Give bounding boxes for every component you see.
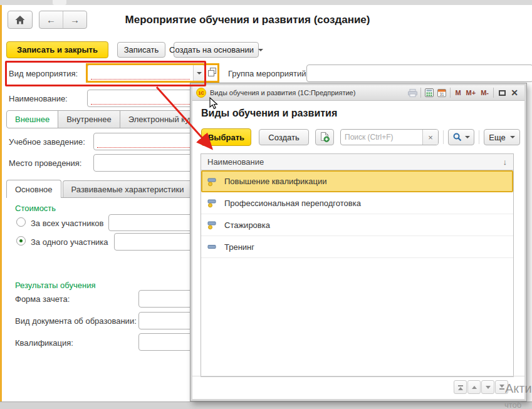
top-window-edge-tab (53, 0, 66, 5)
doc-kind-label: Вид документа об образовании: (15, 316, 137, 326)
chevron-down-icon (465, 136, 470, 138)
qualification-label: Квалификация: (15, 338, 73, 348)
catalog-item-predefined-icon (207, 220, 217, 230)
memory-m-plus-button[interactable]: M+ (464, 89, 479, 96)
titlebar-separator (420, 88, 421, 98)
footer-divider (192, 376, 524, 376)
memory-m-button[interactable]: M (452, 89, 463, 96)
screen: ← → Мероприятие обучения и развития (соз… (0, 0, 532, 409)
left-window-border (0, 5, 2, 401)
event-kind-dropdown-button[interactable] (193, 65, 204, 81)
popup-body: 1С Виды обучения и развития (1С:Предприя… (192, 85, 524, 399)
new-document-icon (320, 132, 330, 142)
list-row[interactable]: Стажировка (201, 214, 513, 236)
list-row-label: Тренинг (224, 242, 254, 252)
tab-main[interactable]: Основное (6, 180, 61, 198)
toolbar-divider (479, 130, 479, 144)
popup-toolbar: Выбрать Создать × Ещ (201, 128, 520, 146)
go-to-top-button[interactable] (454, 380, 467, 394)
popup-heading: Виды обучения и развития (201, 108, 337, 119)
catalog-item-predefined-icon (207, 177, 217, 187)
forward-button[interactable]: → (63, 11, 86, 28)
more-button[interactable]: Еще (484, 129, 520, 145)
list-row[interactable]: Профессиональная переподготовка (201, 192, 513, 214)
list-row-label: Повышение квалификации (224, 177, 326, 186)
close-button[interactable]: ✕ (508, 87, 521, 99)
calendar-icon: 31 (437, 88, 446, 97)
close-icon: ✕ (511, 88, 518, 98)
magnifier-icon (453, 133, 462, 142)
windows-activation-watermark-line2: чтоб (504, 400, 521, 409)
save-button[interactable]: Записать (117, 42, 165, 58)
venue-label: Место проведения: (9, 158, 81, 168)
event-kind-label: Вид мероприятия: (9, 69, 78, 78)
chevron-down-icon (197, 72, 202, 75)
back-icon: ← (46, 14, 56, 25)
event-group-input[interactable] (307, 65, 532, 81)
radio-one-participant[interactable] (16, 236, 26, 246)
go-to-bottom-icon (499, 385, 504, 388)
chevron-down-icon (258, 49, 263, 51)
event-kind-input[interactable] (88, 65, 193, 81)
test-form-label: Форма зачета: (15, 294, 70, 304)
tab-characteristics[interactable]: Развиваемые характеристики (63, 180, 193, 197)
selection-popup-window: 1С Виды обучения и развития (1С:Предприя… (190, 83, 527, 401)
list-row-label: Профессиональная переподготовка (224, 199, 361, 208)
create-button[interactable]: Создать (259, 129, 309, 145)
printer-icon (408, 89, 417, 97)
switch-external[interactable]: Внешнее (6, 110, 58, 128)
list-row-label: Стажировка (224, 220, 270, 230)
save-close-button[interactable]: Записать и закрыть (6, 41, 108, 58)
school-label: Учебное заведение: (9, 137, 85, 147)
calendar-button[interactable]: 31 (436, 87, 448, 99)
clear-icon: × (428, 133, 433, 142)
more-button-label: Еще (489, 133, 505, 142)
list-column-header[interactable]: Наименование ↓ (201, 154, 513, 170)
radio-one-participant-label: За одного участника (31, 237, 108, 247)
move-up-button[interactable] (467, 380, 481, 394)
titlebar-separator (493, 88, 494, 98)
calculator-icon (425, 88, 434, 97)
search-input[interactable] (341, 130, 422, 145)
event-kind-input-wrap (88, 65, 193, 81)
move-down-button[interactable] (481, 380, 494, 394)
forward-icon: → (70, 14, 80, 25)
maximize-button[interactable] (496, 87, 508, 99)
cost-section-header: Стоимость (15, 204, 56, 213)
memory-m-minus-button[interactable]: M- (478, 89, 491, 96)
arrow-up-icon (472, 386, 477, 389)
home-button[interactable] (8, 11, 33, 29)
catalog-item-icon (207, 242, 217, 252)
event-kind-combo (87, 65, 205, 82)
switch-internal[interactable]: Внутреннее (58, 110, 120, 128)
home-icon (15, 16, 25, 24)
popup-titlebar[interactable]: 1С Виды обучения и развития (1С:Предприя… (192, 85, 524, 101)
page-title: Мероприятие обучения и развития (создани… (107, 14, 389, 26)
sort-descending-icon: ↓ (503, 157, 508, 167)
create-based-on-label: Создать на основании (169, 45, 254, 54)
1c-logo-icon: 1С (196, 88, 206, 98)
open-link-button[interactable] (207, 67, 217, 77)
maximize-icon (499, 90, 506, 96)
list-row[interactable]: Повышение квалификации (201, 170, 513, 192)
results-section-header: Результаты обучения (15, 281, 95, 290)
name-label: Наименование: (9, 94, 68, 103)
calculator-button[interactable] (423, 87, 436, 99)
search-menu-button[interactable] (448, 129, 474, 145)
list-row[interactable]: Тренинг (201, 236, 513, 258)
print-button[interactable] (406, 87, 419, 99)
event-group-field (306, 65, 532, 82)
select-button[interactable]: Выбрать (201, 128, 251, 146)
bottom-window-border (0, 401, 532, 409)
create-based-on-button[interactable]: Создать на основании (174, 42, 259, 58)
clear-search-button[interactable]: × (422, 130, 438, 145)
radio-all-participants[interactable] (16, 217, 26, 227)
event-group-label: Группа мероприятий: (228, 69, 308, 78)
catalog-list: Наименование ↓ Повышение квалификации Пр… (201, 153, 514, 377)
search-box: × (340, 129, 439, 145)
popup-title: Виды обучения и развития (1С:Предприятие… (210, 89, 406, 96)
create-new-item-button[interactable] (315, 129, 334, 145)
back-button[interactable]: ← (39, 11, 63, 28)
open-window-icon (207, 67, 217, 77)
arrow-down-icon (486, 386, 491, 389)
